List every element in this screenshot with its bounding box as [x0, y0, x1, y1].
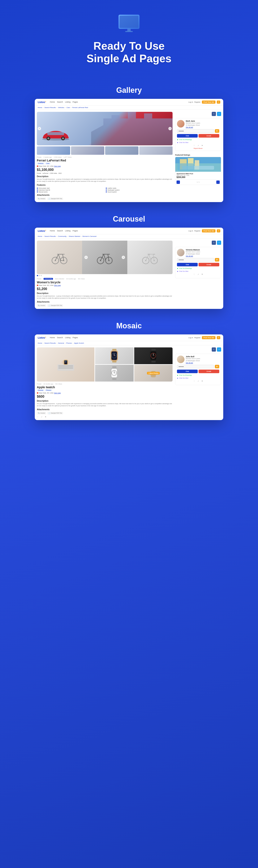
viber-btn[interactable]: ● Chat Via Viber	[177, 141, 219, 144]
carousel-heart-icon[interactable]: ♡	[193, 274, 195, 275]
carousel-email-btn[interactable]: E-mail	[198, 263, 219, 267]
mosaic-tw-btn[interactable]: t	[217, 347, 221, 351]
carousel-nav-register[interactable]: Register	[194, 230, 201, 232]
whatsapp-btn[interactable]: ● Chat Via WhatsApp	[177, 138, 219, 141]
cbc-items[interactable]: Shares Wanted	[69, 236, 80, 237]
carousel-chat-btn[interactable]: Chat	[177, 263, 198, 267]
carousel-viber-btn[interactable]: ● Chat Via Viber	[177, 270, 219, 273]
nav-link-search[interactable]: Search	[57, 101, 63, 103]
mosaic-heart-icon[interactable]: ♡	[37, 416, 38, 418]
bc-cars[interactable]: Cars	[66, 106, 70, 108]
chat-btn[interactable]: Chat	[177, 134, 198, 137]
heart-icon[interactable]: ♡	[193, 145, 195, 147]
cbc-community[interactable]: Community	[58, 236, 66, 237]
dot-2[interactable]	[39, 275, 40, 276]
mosaic-attachment-1[interactable]: 📎 Invoice	[37, 412, 46, 414]
flag-icon[interactable]: ⚑	[201, 145, 203, 147]
facebook-share-btn[interactable]: f	[212, 112, 216, 116]
carousel-nav-home[interactable]: Home	[50, 230, 55, 232]
carousel-nav-pages[interactable]: Pages	[73, 230, 78, 232]
carousel-see-map-link[interactable]: See map	[54, 284, 61, 286]
nav-link-listing[interactable]: Listing	[65, 101, 71, 103]
share-icon[interactable]: ↗	[197, 145, 199, 147]
mosaic-phone-input[interactable]	[177, 365, 214, 368]
mosaic-seller-share-icon[interactable]: ↗	[197, 380, 199, 382]
report-abuse-link[interactable]: Report Abuse	[177, 148, 219, 149]
mosaic-chat-btn[interactable]: Chat	[177, 370, 198, 373]
mbc-general[interactable]: General	[58, 342, 64, 344]
thumb-3[interactable]	[105, 146, 138, 155]
gallery-next-btn[interactable]: ›	[168, 127, 172, 130]
bc-vehicles[interactable]: Vehicles	[58, 106, 64, 108]
mosaic-cat-general[interactable]: General	[37, 389, 44, 391]
mosaic-nav-home[interactable]: Home	[50, 337, 55, 339]
mosaic-nav-search[interactable]: Search	[57, 337, 63, 339]
carousel-nav-login[interactable]: Log In	[189, 230, 193, 232]
mosaic-seller-flag-icon[interactable]: ⚑	[201, 380, 203, 382]
cat-badge-vehicles[interactable]: Vehicles	[37, 162, 44, 164]
twitter-share-btn[interactable]: t	[217, 112, 221, 116]
gallery-prev-btn[interactable]: ‹	[38, 127, 41, 130]
mbc-home[interactable]: Home	[38, 342, 42, 344]
mosaic-share-icon[interactable]: ↗	[41, 416, 42, 418]
mosaic-seller-heart-icon[interactable]: ♡	[193, 380, 195, 382]
cat-badge-cars[interactable]: Cars	[45, 162, 51, 164]
seller-see-all-ads[interactable]: See all ads	[186, 126, 200, 128]
dot-1[interactable]	[37, 275, 38, 276]
mosaic-cat-phones[interactable]: Phones	[45, 389, 52, 391]
mosaic-attachment-2[interactable]: 📄 Sample PDF File	[47, 412, 63, 414]
carousel-seller-ads[interactable]: See all ads	[186, 255, 200, 257]
see-map-link[interactable]: See map	[54, 165, 61, 167]
carousel-phone-input[interactable]	[177, 258, 214, 261]
thumb-4[interactable]	[139, 146, 172, 155]
attachment-pdf[interactable]: 📄 Sample PDF File	[47, 197, 63, 200]
mosaic-whatsapp-btn[interactable]: ● Chat Via WhatsApp	[177, 374, 219, 376]
carousel-nav-listing[interactable]: Listing	[65, 230, 71, 232]
mosaic-flag-icon[interactable]: ⚑	[45, 416, 46, 418]
mosaic-viber-btn[interactable]: ● Chat Via Viber	[177, 377, 219, 379]
nav-login[interactable]: Log In	[189, 101, 193, 103]
bc-home[interactable]: Home	[38, 106, 42, 108]
attachment-invoice[interactable]: 📎 Invoice	[37, 197, 46, 200]
carousel-attachment-2[interactable]: 📄 Sample PDF File	[47, 304, 63, 307]
cbc-search[interactable]: Search Results	[44, 236, 56, 237]
carousel-tw-btn[interactable]: t	[217, 241, 221, 245]
carousel-share-icon[interactable]: ↗	[197, 274, 199, 275]
thumb-1[interactable]	[37, 146, 70, 155]
nav-plus-btn[interactable]: +	[217, 100, 220, 104]
carousel-nav-search[interactable]: Search	[57, 230, 63, 232]
nav-link-home[interactable]: Home	[50, 101, 55, 103]
bc-search[interactable]: Search Results	[44, 106, 56, 108]
carousel-flag-icon[interactable]: ⚑	[201, 274, 203, 275]
nav-link-pages[interactable]: Pages	[73, 101, 78, 103]
featured-prev-btn[interactable]: ‹	[176, 181, 180, 184]
mbc-search[interactable]: Search Results	[44, 342, 56, 344]
mosaic-nav-plus[interactable]: +	[217, 336, 220, 339]
thumb-2[interactable]	[71, 146, 104, 155]
carousel-nav-plus[interactable]: +	[217, 229, 220, 232]
mosaic-seller-ads[interactable]: See all ads	[186, 362, 200, 364]
send-btn[interactable]: ▶	[215, 129, 219, 133]
carousel-nav-post-ad[interactable]: Post Your Ad	[202, 229, 216, 232]
nav-post-ad-btn[interactable]: Post Your Ad	[202, 100, 216, 104]
mosaic-nav-listing[interactable]: Listing	[65, 337, 71, 339]
carousel-whatsapp-btn[interactable]: ● Chat Via WhatsApp	[177, 267, 219, 270]
mosaic-see-map-link[interactable]: See map	[54, 392, 61, 394]
carousel-fb-btn[interactable]: f	[212, 241, 216, 245]
mosaic-nav-register[interactable]: Register	[194, 337, 201, 339]
carousel-next-btn[interactable]: ›	[122, 256, 125, 259]
carousel-send-btn[interactable]: ▶	[215, 258, 219, 261]
carousel-attachment-1[interactable]: 📎 Invoice	[37, 304, 46, 307]
email-btn[interactable]: E-mail	[198, 134, 219, 137]
dot-3[interactable]	[41, 275, 42, 276]
cbc-home[interactable]: Home	[38, 236, 42, 237]
carousel-prev-btn[interactable]: ‹	[85, 256, 88, 259]
featured-next-btn[interactable]: ›	[216, 181, 220, 184]
mosaic-nav-post-ad[interactable]: Post Your Ad	[202, 336, 216, 339]
mosaic-fb-btn[interactable]: f	[212, 347, 216, 351]
mosaic-more-photos-btn[interactable]: + More Photos	[147, 372, 160, 374]
mbc-phones[interactable]: Phones	[66, 342, 72, 344]
nav-register[interactable]: Register	[194, 101, 201, 103]
phone-input[interactable]	[177, 129, 214, 133]
mosaic-email-btn[interactable]: E-mail	[198, 370, 219, 373]
